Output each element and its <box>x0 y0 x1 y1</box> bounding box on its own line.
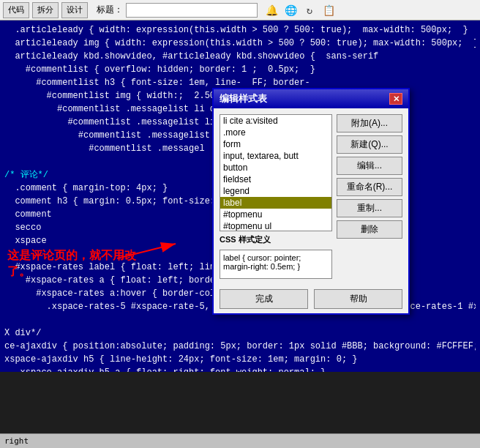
ajax-line-1: X div*/ <box>4 326 476 340</box>
toolbar: 代码 拆分 设计 标题： 🔔 🌐 ↻ 📋 <box>0 0 480 20</box>
modal-body: li cite a:visited .more form input, text… <box>214 108 408 285</box>
title-input[interactable] <box>126 3 258 18</box>
copy-button[interactable]: 重制... <box>337 199 402 217</box>
statusbar: right <box>0 433 480 448</box>
code-line-3: articleleady kbd.showvideo, #articlelead… <box>4 50 476 63</box>
code-line-1: .articleleady { width: expression(this.w… <box>4 23 476 37</box>
rename-button[interactable]: 重命名(R)... <box>337 178 402 196</box>
title-label: 标题： <box>97 4 123 16</box>
modal-footer: 完成 帮助 <box>214 285 408 313</box>
selector-item-form[interactable]: form <box>220 138 331 150</box>
selector-item-input[interactable]: input, textarea, butt <box>220 150 331 162</box>
css-def-label: CSS 样式定义 <box>220 234 332 245</box>
selector-item-label[interactable]: label <box>220 197 331 209</box>
modal-titlebar: 编辑样式表 ✕ <box>214 89 408 108</box>
ajax-line-3: xspace-ajaxdiv h5 { line-height: 24px; f… <box>4 353 476 366</box>
selector-list[interactable]: li cite a:visited .more form input, text… <box>220 114 332 231</box>
delete-button[interactable]: 删除 <box>337 220 402 239</box>
modal-close-button[interactable]: ✕ <box>389 93 402 105</box>
bell-icon[interactable]: 🔔 <box>263 2 280 18</box>
modal-right-buttons: 附加(A)... 新建(Q)... 编辑... 重命名(R)... 重制... … <box>337 114 402 279</box>
globe-icon[interactable]: 🌐 <box>282 2 299 18</box>
code-line-2: articleleady img { width: expression(thi… <box>4 37 476 50</box>
selector-item-li-cite[interactable]: li cite a:visited <box>220 115 331 127</box>
selector-item-topmenu-ul[interactable]: #topmenu ul <box>220 220 331 231</box>
clipboard-icon[interactable]: 📋 <box>320 2 337 18</box>
design-btn[interactable]: 设计 <box>61 2 88 18</box>
new-button[interactable]: 新建(Q)... <box>337 135 402 154</box>
selector-item-topmenu[interactable]: #topmenu <box>220 209 331 220</box>
code-line-4: #commentlist { overflow: hidden; border:… <box>4 63 476 76</box>
annotation-text: 这是评论页的，就不用改 了。 <box>7 247 136 280</box>
edit-button[interactable]: 编辑... <box>337 157 402 175</box>
css-def-box: label { cursor: pointer; margin-right: 0… <box>220 250 332 279</box>
ajax-line-4: .xspace-ajaxdiv h5 a { float: right; fon… <box>4 366 476 372</box>
ajax-line-2: ce-ajaxdiv { position:absolute; padding:… <box>4 340 476 353</box>
done-button[interactable]: 完成 <box>220 289 308 309</box>
selector-item-button[interactable]: button <box>220 162 331 173</box>
add-button[interactable]: 附加(A)... <box>337 114 402 132</box>
modal-left-panel: li cite a:visited .more form input, text… <box>220 114 332 279</box>
selector-item-more[interactable]: .more <box>220 127 331 138</box>
statusbar-text: right <box>4 436 29 446</box>
toolbar-icons: 🔔 🌐 ↻ 📋 <box>263 2 337 18</box>
refresh-icon[interactable]: ↻ <box>301 2 318 18</box>
code-btn[interactable]: 代码 <box>3 2 29 18</box>
selector-item-fieldset[interactable]: fieldset <box>220 173 331 185</box>
split-btn[interactable]: 拆分 <box>32 2 59 18</box>
selector-item-legend[interactable]: legend <box>220 185 331 197</box>
modal-title: 编辑样式表 <box>220 92 267 105</box>
help-button[interactable]: 帮助 <box>314 289 402 309</box>
modal-edit-stylesheet: 编辑样式表 ✕ li cite a:visited .more form inp… <box>212 88 410 315</box>
